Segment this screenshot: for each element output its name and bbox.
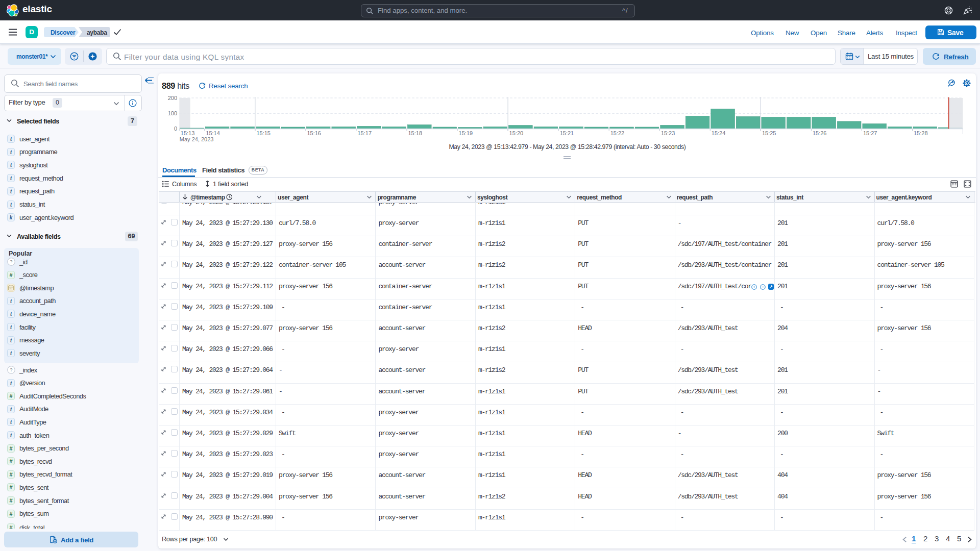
svg-text:0: 0 [174,126,177,132]
svg-text:15:16: 15:16 [307,130,321,136]
svg-text:May 24, 2023: May 24, 2023 [180,136,214,142]
svg-text:15:18: 15:18 [408,130,423,136]
svg-text:15:25: 15:25 [762,130,776,136]
svg-text:15:15: 15:15 [256,130,271,136]
svg-text:15:14: 15:14 [206,130,220,136]
svg-text:100: 100 [168,110,177,116]
svg-text:200: 200 [168,95,177,101]
svg-text:15:17: 15:17 [358,130,372,136]
svg-text:15:28: 15:28 [914,130,928,136]
svg-text:15:13: 15:13 [181,130,195,136]
svg-text:15:21: 15:21 [560,130,574,136]
svg-text:?: ? [10,259,12,264]
svg-text:15:22: 15:22 [610,130,625,136]
svg-text:15:20: 15:20 [509,130,524,136]
svg-text:15:27: 15:27 [863,130,877,136]
svg-text:15:19: 15:19 [459,130,473,136]
svg-text:15:24: 15:24 [712,130,726,136]
svg-text:?: ? [10,367,12,372]
svg-text:15:23: 15:23 [661,130,675,136]
svg-text:15:26: 15:26 [813,130,827,136]
